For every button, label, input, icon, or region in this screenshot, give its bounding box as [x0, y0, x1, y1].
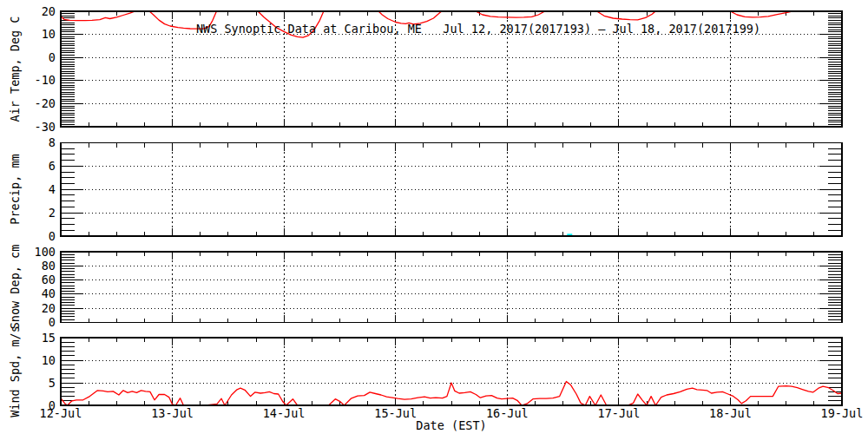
- y-tick-label: -20: [35, 96, 56, 110]
- y-axis-title-air-temp: Air Temp, Deg C: [8, 16, 22, 122]
- x-tick-label-19jul: 19-Jul: [821, 406, 864, 420]
- x-tick-label-16jul: 16-Jul: [486, 406, 529, 420]
- y-tick-label: 100: [35, 245, 56, 259]
- x-tick-label-12jul: 12-Jul: [40, 406, 82, 420]
- y-tick-label: -10: [35, 73, 56, 87]
- x-tick-label-14jul: 14-Jul: [263, 406, 306, 420]
- panel-2: 100806040200: [35, 245, 842, 330]
- y-axis-title-wind-speed: Wind Spd, m/s: [8, 326, 22, 418]
- panel-1-grid: [61, 143, 842, 237]
- panel-3-grid: [61, 338, 842, 405]
- y-tick-label: 15: [42, 331, 56, 345]
- plot-layers: 20100-10-20-3086420100806040200151050: [35, 3, 842, 412]
- meteorogram-page: 20100-10-20-3086420100806040200151050 NW…: [0, 0, 868, 434]
- y-tick-label: -30: [35, 120, 56, 134]
- x-tick-label-17jul: 17-Jul: [598, 406, 641, 420]
- y-tick-label: 10: [42, 27, 56, 41]
- y-tick-label: 60: [42, 273, 56, 286]
- y-axis-title-precip: Precip, mm: [8, 154, 22, 224]
- x-tick-label-18jul: 18-Jul: [709, 406, 752, 420]
- y-tick-label: 20: [42, 4, 56, 18]
- y-tick-label: 6: [49, 159, 56, 173]
- y-tick-label: 40: [42, 286, 56, 300]
- y-tick-label: 5: [49, 376, 56, 390]
- y-tick-label: 2: [49, 206, 56, 220]
- y-tick-label: 8: [49, 135, 56, 149]
- panel-2-ticks: [61, 252, 842, 323]
- panel-3-ticks: [61, 338, 842, 405]
- y-tick-label: 0: [49, 50, 56, 64]
- x-axis-title: Date (EST): [416, 418, 486, 432]
- panel-1: 86420: [49, 135, 842, 243]
- synoptic-meteorogram-chart: 20100-10-20-3086420100806040200151050 NW…: [0, 0, 868, 434]
- y-axis-title-snow-depth: Snow Dep, cm: [8, 245, 22, 330]
- panel-2-frame: [61, 252, 842, 323]
- chart-title: NWS Synoptic Data at Caribou, ME Jul 12,…: [196, 22, 760, 36]
- panel-3-frame: [61, 338, 842, 405]
- panel-3: 151050: [42, 331, 842, 412]
- x-tick-label-13jul: 13-Jul: [151, 406, 194, 420]
- y-tick-label: 0: [49, 229, 56, 243]
- y-tick-label: 10: [42, 353, 56, 367]
- y-tick-label: 4: [49, 182, 56, 196]
- panel-2-grid: [61, 252, 842, 323]
- x-tick-label-15jul: 15-Jul: [374, 406, 417, 420]
- y-tick-label: 80: [42, 259, 56, 273]
- y-tick-label: 0: [49, 315, 56, 329]
- y-tick-label: 20: [42, 301, 56, 315]
